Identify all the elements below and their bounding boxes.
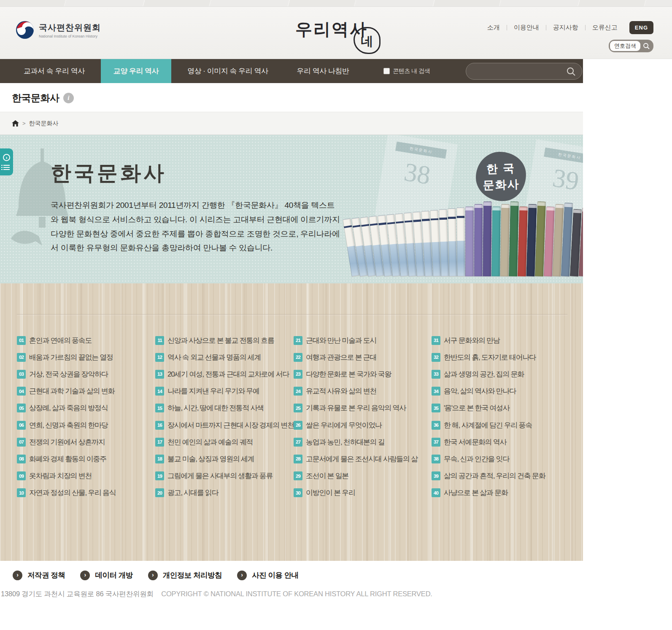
list-item[interactable]: 29조선이 본 일본 (294, 471, 432, 481)
gov-logo[interactable]: 국사편찬위원회 National Institute of Korean His… (15, 20, 101, 40)
list-item[interactable]: 01혼인과 연애의 풍속도 (17, 336, 155, 345)
list-item[interactable]: 40사냥으로 본 삶과 문화 (432, 488, 570, 498)
list-item[interactable]: 17천민 예인의 삶과 예술의 궤적 (155, 437, 294, 447)
list-item[interactable]: 07전쟁의 기원에서 상흔까지 (17, 437, 155, 447)
eng-button[interactable]: ENG (629, 21, 653, 34)
item-number-badge: 11 (155, 336, 164, 345)
list-item[interactable]: 09옷차림과 치장의 변천 (17, 471, 155, 481)
item-title: 자연과 정성의 산물, 우리 음식 (29, 488, 116, 498)
list-item[interactable]: 03거상, 전국 상권을 장악하다 (17, 369, 155, 379)
item-number-badge: 22 (294, 353, 302, 362)
list-item[interactable]: 26쌀은 우리에게 무엇이었나 (294, 420, 432, 430)
list-item[interactable]: 28고문서에게 물은 조선시대 사람들의 삶 (294, 454, 432, 464)
search-icon[interactable] (566, 67, 576, 77)
item-title: 사냥으로 본 삶과 문화 (444, 488, 508, 498)
list-item[interactable]: 15하늘, 시간, 땅에 대한 전통적 사색 (155, 403, 294, 413)
list-item[interactable]: 06연희, 신명과 축원의 한마당 (17, 420, 155, 430)
item-title: 불교 미술, 상징과 영원의 세계 (167, 454, 254, 464)
top-link-4[interactable]: 오류신고 (586, 24, 624, 32)
nav-search-input[interactable] (466, 63, 582, 80)
nav-tab-1[interactable]: 교과서 속 우리 역사 (11, 59, 97, 83)
footer-link-3[interactable]: ›개인정보 처리방침 (148, 570, 222, 580)
nav-tab-2[interactable]: 교양 우리 역사 (101, 59, 171, 83)
hero-description: 국사편찬위원회가 2001년부터 2011년까지 간행한 『한국문화사』 40책… (51, 198, 343, 255)
item-title: 혼인과 연애의 풍속도 (29, 336, 92, 345)
list-item[interactable]: 21근대와 만난 미술과 도시 (294, 336, 432, 345)
list-item[interactable]: 02배움과 가르침의 끝없는 열정 (17, 353, 155, 362)
content-search-checkbox[interactable] (383, 68, 390, 74)
list-item[interactable]: 35'몸'으로 본 한국 여성사 (432, 403, 570, 413)
list-item[interactable]: 16장시에서 마트까지 근현대 시장 경제의 변천 (155, 420, 294, 430)
content-search-toggle[interactable]: 콘텐츠 내 검색 (383, 67, 430, 75)
item-title: 한 해, 사계절에 담긴 우리 풍속 (444, 420, 532, 430)
item-number-badge: 34 (432, 387, 440, 396)
item-number-badge: 04 (17, 387, 26, 396)
item-number-badge: 39 (432, 471, 440, 480)
item-title: 다양한 문화로 본 국가와 국왕 (306, 369, 391, 379)
address-text: 13809 경기도 과천시 교육원로 86 국사편찬위원회 (1, 590, 154, 598)
list-item[interactable]: 23다양한 문화로 본 국가와 국왕 (294, 369, 432, 379)
item-number-badge: 03 (17, 370, 26, 379)
item-title: 무속, 신과 인간을 잇다 (444, 454, 509, 464)
breadcrumb-current: 한국문화사 (29, 120, 59, 127)
list-item[interactable]: 37한국 서예문화의 역사 (432, 437, 570, 447)
item-number-badge: 36 (432, 421, 440, 430)
list-item[interactable]: 36한 해, 사계절에 담긴 우리 풍속 (432, 420, 570, 430)
list-item[interactable]: 27농업과 농민, 천하대본의 길 (294, 437, 432, 447)
hero-side-tab[interactable]: › (0, 148, 13, 175)
item-number-badge: 33 (432, 370, 440, 379)
site-header: 국사편찬위원회 National Institute of Korean His… (0, 7, 672, 59)
home-icon[interactable] (12, 120, 19, 127)
list-item[interactable]: 18불교 미술, 상징과 영원의 세계 (155, 454, 294, 464)
list-item[interactable]: 19그림에게 물은 사대부의 생활과 풍류 (155, 471, 294, 481)
list-item[interactable]: 08화폐와 경제 활동의 이중주 (17, 454, 155, 464)
list-item[interactable]: 20광고, 시대를 읽다 (155, 488, 294, 498)
top-link-1[interactable]: 소개 (480, 24, 507, 32)
footer-link-label: 데이터 개방 (95, 570, 132, 580)
list-item[interactable]: 22여행과 관광으로 본 근대 (294, 353, 432, 362)
chevron-right-icon: › (148, 571, 158, 580)
item-title: 그림에게 물은 사대부의 생활과 풍류 (167, 471, 273, 481)
list-item[interactable]: 31서구 문화와의 만남 (432, 336, 570, 345)
item-title: 광고, 시대를 읽다 (167, 488, 218, 498)
era-search-button[interactable]: 연호검색 (609, 40, 653, 52)
item-number-badge: 08 (17, 455, 26, 463)
book-list-section: 01혼인과 연애의 풍속도02배움과 가르침의 끝없는 열정03거상, 전국 상… (0, 283, 583, 561)
list-item[interactable]: 12역사 속 외교 선물과 명품의 세계 (155, 353, 294, 362)
list-item[interactable]: 33삶과 생명의 공간, 집의 문화 (432, 369, 570, 379)
list-item[interactable]: 1320세기 여성, 전통과 근대의 교차로에 서다 (155, 369, 294, 379)
list-item[interactable]: 10자연과 정성의 산물, 우리 음식 (17, 488, 155, 498)
item-number-badge: 38 (432, 455, 440, 463)
list-icon[interactable] (3, 165, 10, 170)
footer-link-2[interactable]: ›데이터 개방 (80, 570, 132, 580)
list-item[interactable]: 05상장례, 삶과 죽음의 방정식 (17, 403, 155, 413)
item-title: 연희, 신명과 축원의 한마당 (29, 420, 108, 430)
item-number-badge: 02 (17, 353, 26, 362)
list-item[interactable]: 24유교적 사유와 삶의 변천 (294, 386, 432, 396)
top-link-3[interactable]: 공지사항 (546, 24, 585, 32)
info-icon[interactable]: i (63, 93, 74, 103)
list-item[interactable]: 25기록과 유물로 본 우리 음악의 역사 (294, 403, 432, 413)
top-link-2[interactable]: 이용안내 (507, 24, 546, 32)
footer-link-4[interactable]: ›사진 이용 안내 (237, 570, 299, 580)
nav-tab-4[interactable]: 우리 역사 나침반 (284, 59, 362, 83)
item-title: 기록과 유물로 본 우리 음악의 역사 (306, 403, 406, 413)
item-number-badge: 20 (155, 488, 164, 497)
footer-link-1[interactable]: ›저작권 정책 (13, 570, 65, 580)
list-item[interactable]: 14나라를 지켜낸 우리 무기와 무예 (155, 386, 294, 396)
list-item[interactable]: 38무속, 신과 인간을 잇다 (432, 454, 570, 464)
copyright-text: COPYRIGHT © NATIONAL INSTITUTE OF KOREAN… (161, 590, 432, 598)
list-item[interactable]: 34음악, 삶의 역사와 만나다 (432, 386, 570, 396)
list-item[interactable]: 30이방인이 본 우리 (294, 488, 432, 498)
list-item[interactable]: 39삶의 공간과 흔적, 우리의 건축 문화 (432, 471, 570, 481)
list-item[interactable]: 32한반도의 흙, 도자기로 태어나다 (432, 353, 570, 362)
nav-tab-3[interactable]: 영상 · 이미지 속 우리 역사 (175, 59, 281, 83)
site-logo[interactable]: 우리역사 네 (295, 18, 388, 56)
item-number-badge: 17 (155, 438, 164, 447)
chevron-right-icon[interactable]: › (3, 154, 10, 161)
item-number-badge: 40 (432, 488, 440, 497)
item-number-badge: 09 (17, 471, 26, 480)
list-item[interactable]: 11신앙과 사상으로 본 불교 전통의 흐름 (155, 336, 294, 345)
list-item[interactable]: 04근현대 과학 기술과 삶의 변화 (17, 386, 155, 396)
item-title: 장시에서 마트까지 근현대 시장 경제의 변천 (167, 420, 294, 430)
